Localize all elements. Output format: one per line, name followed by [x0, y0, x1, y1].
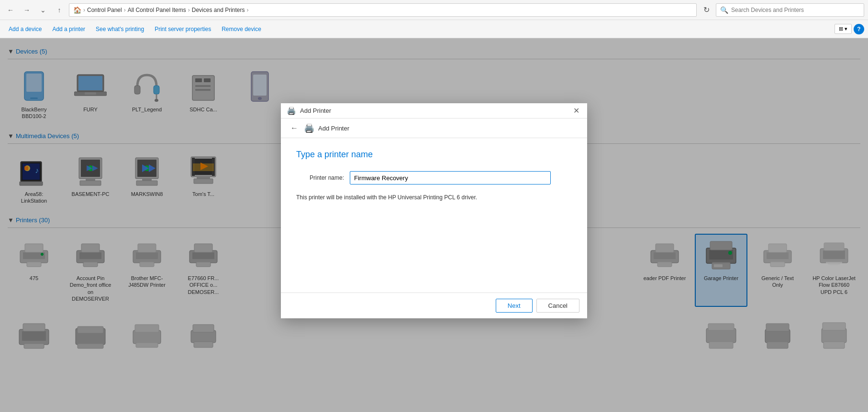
breadcrumb-sep-1: › — [83, 7, 85, 13]
add-printer-dialog: 🖨️ Add Printer ✕ ← 🖨️ Add Printer Type a… — [281, 103, 587, 318]
toolbar-right: ⊞ ▾ ? — [835, 24, 864, 34]
dialog-nav: ← 🖨️ Add Printer — [281, 119, 587, 138]
driver-hint-text: This printer will be installed with the … — [296, 194, 572, 201]
form-row-printer-name: Printer name: — [296, 171, 572, 184]
printer-name-input[interactable] — [350, 171, 551, 184]
dialog-section-title: Type a printer name — [296, 150, 572, 160]
search-icon: 🔍 — [720, 6, 728, 14]
content-area: ▼ Devices (5) BlackBerry BBD100-2 — [0, 38, 868, 412]
home-icon: 🏠 — [73, 6, 81, 14]
breadcrumb-all-items[interactable]: All Control Panel Items — [128, 7, 186, 13]
dialog-titlebar-icon: 🖨️ — [287, 106, 296, 115]
see-printing-button[interactable]: See what's printing — [91, 22, 149, 36]
breadcrumb-control-panel[interactable]: Control Panel — [87, 7, 122, 13]
modal-overlay: 🖨️ Add Printer ✕ ← 🖨️ Add Printer Type a… — [0, 38, 868, 412]
dialog-nav-title: Add Printer — [318, 125, 349, 132]
breadcrumb-sep-3: › — [188, 7, 190, 13]
breadcrumb-sep-4: › — [247, 7, 249, 13]
print-server-button[interactable]: Print server properties — [150, 22, 216, 36]
add-printer-button[interactable]: Add a printer — [47, 22, 90, 36]
up-button[interactable]: ↑ — [53, 3, 66, 17]
toolbar: Add a device Add a printer See what's pr… — [0, 20, 868, 38]
remove-device-button[interactable]: Remove device — [217, 22, 266, 36]
view-button[interactable]: ⊞ ▾ — [835, 24, 852, 34]
dialog-cancel-button[interactable]: Cancel — [536, 299, 579, 313]
dialog-titlebar: 🖨️ Add Printer ✕ — [281, 103, 587, 119]
help-button[interactable]: ? — [854, 24, 864, 34]
breadcrumb-sep-2: › — [124, 7, 126, 13]
search-box: 🔍 — [716, 3, 864, 17]
dialog-content: Type a printer name Printer name: This p… — [281, 138, 587, 293]
search-input[interactable] — [731, 7, 860, 13]
forward-button[interactable]: → — [20, 3, 33, 17]
dialog-close-button[interactable]: ✕ — [571, 106, 581, 116]
breadcrumb-devices[interactable]: Devices and Printers — [192, 7, 245, 13]
dialog-back-button[interactable]: ← — [289, 122, 300, 134]
back-button[interactable]: ← — [4, 3, 17, 17]
add-device-button[interactable]: Add a device — [4, 22, 46, 36]
printer-name-label: Printer name: — [296, 174, 344, 181]
address-bar: ← → ⌄ ↑ 🏠 › Control Panel › All Control … — [0, 0, 868, 20]
dialog-next-button[interactable]: Next — [496, 299, 533, 313]
refresh-button[interactable]: ↻ — [700, 3, 713, 17]
dialog-titlebar-title: Add Printer — [300, 107, 567, 114]
recent-button[interactable]: ⌄ — [36, 3, 50, 17]
dialog-footer: Next Cancel — [281, 293, 587, 318]
dialog-nav-icon: 🖨️ — [304, 123, 314, 133]
breadcrumb: 🏠 › Control Panel › All Control Panel It… — [69, 3, 697, 17]
